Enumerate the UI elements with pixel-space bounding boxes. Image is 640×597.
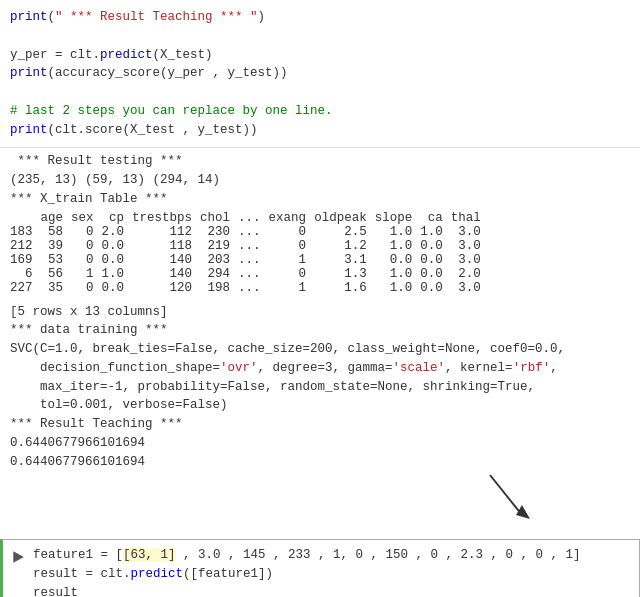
table-row: 169 53 0 0.0 140 203 ... 1 3.1 0.0 0.0 3… [10,253,489,267]
output-line: (235, 13) (59, 13) (294, 14) [10,171,630,190]
col-header: thal [451,211,489,225]
table-cell: 1.2 [314,239,375,253]
svg-marker-2 [13,551,23,563]
table-cell: 53 [41,253,72,267]
table-cell: 56 [41,267,72,281]
table-cell: 0.0 [420,267,451,281]
table-cell: 0.0 [375,253,421,267]
table-cell: 219 [200,239,238,253]
table-cell: 0 [71,239,102,253]
table-cell: 227 [10,281,41,295]
table-cell: 0.0 [102,253,133,267]
code-line: print(clt.score(X_test , y_test)) [10,121,630,140]
table-cell: 0 [71,281,102,295]
table-cell: 1.0 [375,225,421,239]
table-cell: ... [238,267,269,281]
table-row: 227 35 0 0.0 120 198 ... 1 1.6 1.0 0.0 3… [10,281,489,295]
code-line: y_per = clt.predict(X_test) [10,46,630,65]
table-row: 212 39 0 0.0 118 219 ... 0 1.2 1.0 0.0 3… [10,239,489,253]
table-cell: 1 [269,281,315,295]
table-cell: 230 [200,225,238,239]
svg-marker-1 [516,505,530,519]
code-line: result [33,584,633,597]
table-cell: 1 [269,253,315,267]
output-line: max_iter=-1, probability=False, random_s… [10,378,630,397]
table-cell: 198 [200,281,238,295]
table-row: 183 58 0 2.0 112 230 ... 0 2.5 1.0 1.0 3… [10,225,489,239]
table-cell: 1.0 [420,225,451,239]
table-cell: 6 [10,267,41,281]
col-header [10,211,41,225]
svg-line-0 [490,475,522,515]
table-cell: 1.0 [375,239,421,253]
code-line: print(accuracy_score(y_per , y_test)) [10,64,630,83]
table-row: 6 56 1 1.0 140 294 ... 0 1.3 1.0 0.0 2.0 [10,267,489,281]
table-cell: ... [238,239,269,253]
table-cell: 0 [269,239,315,253]
table-cell: ... [238,281,269,295]
table-cell: 1.0 [375,267,421,281]
arrow-area [10,471,630,527]
code-line: result = clt.predict([feature1]) [33,565,633,584]
table-cell: 0.0 [420,239,451,253]
col-header: ... [238,211,269,225]
output-line: SVC(C=1.0, break_ties=False, cache_size=… [10,340,630,359]
output-cell-1: *** Result testing *** (235, 13) (59, 13… [0,147,640,535]
output-line: *** X_train Table *** [10,190,630,209]
table-cell: 2.0 [102,225,133,239]
output-line: *** data training *** [10,321,630,340]
code-cell-2[interactable]: feature1 = [[63, 1] , 3.0 , 145 , 233 , … [0,539,640,597]
data-table-container: age sex cp trestbps chol ... exang oldpe… [10,211,630,295]
output-line: tol=0.001, verbose=False) [10,396,630,415]
notebook: print(" *** Result Teaching *** ") y_per… [0,0,640,597]
col-header: age [41,211,72,225]
table-cell: 1.6 [314,281,375,295]
code-line: print(" *** Result Teaching *** ") [10,8,630,27]
table-cell: 0.0 [102,239,133,253]
output-text: *** Result testing *** (235, 13) (59, 13… [10,152,630,208]
play-icon [11,550,25,564]
cell-code-content: feature1 = [[63, 1] , 3.0 , 145 , 233 , … [33,540,639,597]
output-line: [5 rows x 13 columns] [10,303,630,322]
table-cell: 2.5 [314,225,375,239]
table-cell: 39 [41,239,72,253]
output-line: *** Result testing *** [10,152,630,171]
table-cell: 0.0 [102,281,133,295]
arrow-icon [480,471,540,527]
table-cell: 140 [132,267,200,281]
col-header: slope [375,211,421,225]
table-cell: 140 [132,253,200,267]
table-cell: 294 [200,267,238,281]
code-comment: # last 2 steps you can replace by one li… [10,102,630,121]
table-cell: 1.0 [375,281,421,295]
col-header: exang [269,211,315,225]
table-cell: 203 [200,253,238,267]
col-header: chol [200,211,238,225]
table-cell: 0.0 [420,281,451,295]
code-line [10,27,630,46]
table-cell: 58 [41,225,72,239]
table-cell: 3.0 [451,281,489,295]
code-line [10,83,630,102]
col-header: cp [102,211,133,225]
table-cell: 1 [71,267,102,281]
col-header: sex [71,211,102,225]
code-cell-1: print(" *** Result Teaching *** ") y_per… [0,0,640,147]
col-header: oldpeak [314,211,375,225]
table-cell: ... [238,253,269,267]
table-cell: 120 [132,281,200,295]
output-line: 0.6440677966101694 [10,434,630,453]
run-button[interactable] [3,544,33,574]
table-cell: ... [238,225,269,239]
table-cell: 3.0 [451,225,489,239]
table-cell: 3.0 [451,253,489,267]
output-line: 0.6440677966101694 [10,453,630,472]
table-cell: 0.0 [420,253,451,267]
table-cell: 118 [132,239,200,253]
table-cell: 1.0 [102,267,133,281]
code-line: feature1 = [[63, 1] , 3.0 , 145 , 233 , … [33,546,633,565]
data-table: age sex cp trestbps chol ... exang oldpe… [10,211,489,295]
col-header: trestbps [132,211,200,225]
table-cell: 3.1 [314,253,375,267]
table-cell: 0 [269,225,315,239]
